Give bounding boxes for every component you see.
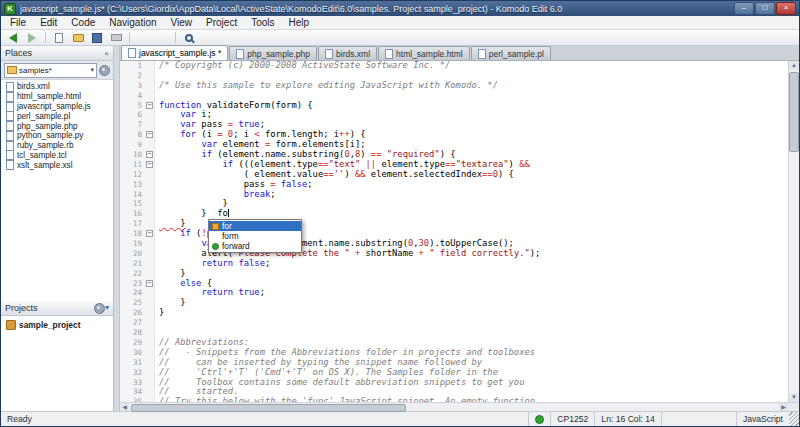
toolbar-separator (175, 32, 176, 43)
title-bar[interactable]: K javascript_sample.js* (C:\Users\Giordi… (1, 1, 799, 16)
autocomplete-item-form[interactable]: form (209, 231, 301, 241)
scroll-left-icon[interactable]: ◀ (120, 403, 129, 411)
code-line-25[interactable]: 25 } (120, 298, 799, 308)
line-number: 33 (120, 378, 145, 388)
horizontal-scroll-thumb[interactable] (131, 404, 406, 412)
left-sidebar: Places × samples* ▾ birds.xmlhtml_sample… (1, 46, 114, 411)
find-button[interactable] (181, 31, 197, 44)
autocomplete-item-for[interactable]: for (209, 221, 301, 231)
file-item-python_sample.py[interactable]: python_sample.py (1, 131, 113, 141)
horizontal-scrollbar[interactable]: ◀ ▶ (120, 402, 799, 411)
line-number: 22 (120, 269, 145, 279)
scroll-up-icon[interactable]: ▲ (789, 61, 799, 70)
menu-item-file[interactable]: File (3, 16, 33, 29)
autocomplete-item-forward[interactable]: forward (209, 241, 301, 251)
file-item-tcl_sample.tcl[interactable]: tcl_sample.tcl (1, 151, 113, 161)
undo-button[interactable] (135, 31, 151, 44)
line-number: 1 (120, 61, 145, 71)
file-item-php_sample.php[interactable]: php_sample.php (1, 121, 113, 131)
menu-item-help[interactable]: Help (282, 16, 317, 29)
file-item-perl_sample.pl[interactable]: perl_sample.pl (1, 111, 113, 121)
editor-view[interactable]: 1/* Copyright (c) 2000-2008 ActiveState … (120, 61, 799, 402)
fold-marker[interactable] (145, 130, 155, 140)
close-button[interactable]: × (776, 2, 796, 15)
places-close-icon[interactable]: × (104, 49, 109, 58)
line-number: 17 (120, 219, 145, 229)
vertical-scroll-thumb[interactable] (789, 72, 799, 152)
project-item-sample_project[interactable]: sample_project (1, 319, 113, 330)
menu-item-view[interactable]: View (164, 16, 200, 29)
fold-marker (145, 288, 155, 298)
code-line-21[interactable]: 21 return false; (120, 259, 799, 269)
fold-marker (145, 239, 155, 249)
status-spacer-section (661, 412, 736, 426)
line-number: 34 (120, 387, 145, 397)
vertical-scrollbar[interactable]: ▲ ▼ (788, 61, 799, 402)
menu-item-project[interactable]: Project (199, 16, 244, 29)
tab-file-icon (385, 49, 393, 59)
none-icon (212, 233, 219, 240)
code-line-16[interactable]: 16 } fo (120, 209, 799, 219)
new-file-button[interactable] (51, 31, 67, 44)
editor-tab-bar: javascript_sample.js *php_sample.phpbird… (120, 46, 799, 61)
menu-item-edit[interactable]: Edit (33, 16, 64, 29)
line-number: 31 (120, 358, 145, 368)
scroll-down-icon[interactable]: ▼ (789, 393, 799, 402)
code-line-27[interactable]: 27 (120, 318, 799, 328)
fold-marker[interactable] (145, 150, 155, 160)
resize-grip[interactable] (789, 412, 799, 426)
horizontal-scroll-track[interactable] (129, 403, 779, 411)
projects-dropdown-icon[interactable]: ▾ (105, 304, 109, 312)
file-item-xslt_sample.xsl[interactable]: xslt_sample.xsl (1, 160, 113, 170)
fold-marker[interactable] (145, 279, 155, 289)
code-line-35[interactable]: 35// Try this below with the 'func' Java… (120, 397, 799, 402)
save-button[interactable] (89, 31, 105, 44)
tab-file-icon (236, 49, 244, 59)
folder-icon (7, 66, 17, 74)
forward-button[interactable] (24, 31, 40, 44)
new-file-icon (55, 33, 63, 43)
tab-birds-xml[interactable]: birds.xml (318, 46, 377, 60)
file-item-html_sample.html[interactable]: html_sample.html (1, 92, 113, 102)
redo-button[interactable] (154, 31, 170, 44)
tab-html-sample-html[interactable]: html_sample.html (378, 46, 470, 60)
back-button[interactable] (5, 31, 21, 44)
print-button[interactable] (108, 31, 124, 44)
code-line-24[interactable]: 24 return true; (120, 288, 799, 298)
tab-javascript-sample-js-[interactable]: javascript_sample.js * (121, 45, 228, 60)
places-folder-dropdown[interactable]: samples* ▾ (4, 63, 97, 78)
places-folder-label: samples* (19, 66, 88, 75)
file-icon (6, 141, 14, 151)
file-item-birds.xml[interactable]: birds.xml (1, 82, 113, 92)
fold-marker[interactable] (145, 160, 155, 170)
fold-marker[interactable] (145, 229, 155, 239)
projects-settings-button[interactable] (94, 303, 105, 314)
menu-item-tools[interactable]: Tools (244, 16, 281, 29)
line-number: 9 (120, 140, 145, 150)
tab-php-sample-php[interactable]: php_sample.php (229, 46, 317, 60)
file-item-javascript_sample.js[interactable]: javascript_sample.js (1, 102, 113, 112)
fold-marker[interactable] (145, 101, 155, 111)
toolbar-separator (45, 32, 46, 43)
encoding-indicator[interactable]: CP1252 (550, 412, 594, 426)
open-folder-icon (73, 34, 84, 42)
scroll-right-icon[interactable]: ▶ (779, 403, 788, 411)
tab-perl-sample-pl[interactable]: perl_sample.pl (471, 46, 551, 60)
code-line-5[interactable]: 5function validateForm(form) { (120, 101, 799, 111)
places-settings-button[interactable] (99, 65, 110, 76)
places-file-list: birds.xmlhtml_sample.htmljavascript_samp… (1, 80, 113, 301)
maximize-button[interactable]: □ (755, 2, 775, 15)
code-line-1[interactable]: 1/* Copyright (c) 2000-2008 ActiveState … (120, 61, 799, 71)
code-line-3[interactable]: 3/* Use this sample to explore editing J… (120, 81, 799, 91)
menu-item-navigation[interactable]: Navigation (102, 16, 163, 29)
code-line-22[interactable]: 22 } (120, 269, 799, 279)
language-indicator[interactable]: JavaScript (736, 412, 789, 426)
menu-item-code[interactable]: Code (64, 16, 102, 29)
minimize-button[interactable]: – (734, 2, 754, 15)
code-line-26[interactable]: 26} (120, 308, 799, 318)
file-item-ruby_sample.rb[interactable]: ruby_sample.rb (1, 141, 113, 151)
tab-file-icon (128, 48, 136, 58)
projects-title: Projects (5, 303, 38, 313)
line-number: 8 (120, 130, 145, 140)
open-folder-button[interactable] (70, 31, 86, 44)
